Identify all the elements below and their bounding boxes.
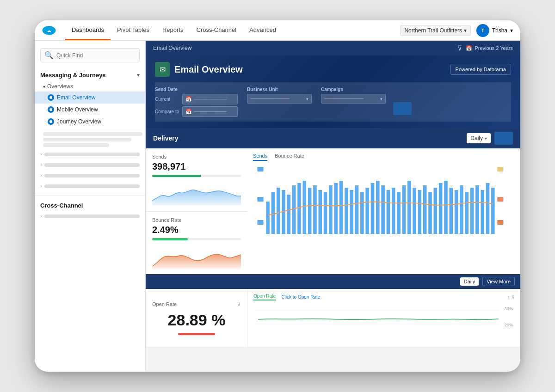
- send-date-current-input[interactable]: 📅 ──────────: [182, 94, 238, 104]
- chevron-down-icon: ▾: [510, 27, 513, 34]
- svg-rect-22: [324, 192, 327, 234]
- delivery-section: Delivery Daily ▾ Send: [146, 128, 520, 274]
- send-date-label: Send Date: [155, 87, 238, 92]
- svg-rect-38: [407, 181, 411, 234]
- chevron-down-icon: ▾: [380, 97, 382, 101]
- delivery-action-button[interactable]: [494, 132, 513, 145]
- sidebar-expand-3[interactable]: ›: [35, 170, 145, 181]
- tab-reports[interactable]: Reports: [156, 20, 190, 40]
- frequency-select[interactable]: Daily ▾: [467, 133, 491, 143]
- filter-bar: Send Date Current 📅 ──────────: [155, 82, 511, 122]
- svg-text:30%: 30%: [505, 306, 513, 311]
- org-selector[interactable]: Northern Trail Outfitters ▾: [400, 25, 471, 36]
- filter-icon[interactable]: ⊽: [237, 301, 241, 307]
- chevron-down-icon: ▾: [464, 27, 467, 34]
- filter-icon[interactable]: ⊽: [512, 294, 515, 300]
- sidebar-expand-2[interactable]: ›: [35, 159, 145, 170]
- calendar-icon: 📅: [466, 45, 472, 51]
- user-badge[interactable]: T Trisha ▾: [476, 24, 513, 37]
- sends-sparkline: [152, 180, 241, 205]
- tab-advanced[interactable]: Advanced: [243, 20, 283, 40]
- salesforce-logo[interactable]: ☁: [42, 25, 56, 36]
- dashboard-banner: ✉ Email Overview Powered by Datorama Sen…: [146, 55, 520, 128]
- svg-point-2: [49, 96, 52, 99]
- sends-card: Sends 398,971: [146, 148, 247, 211]
- calendar-icon: 📅: [185, 109, 192, 115]
- open-rate-line-chart: 30% 20%: [253, 303, 515, 340]
- bounce-rate-card: Bounce Rate 2.49%: [146, 212, 247, 274]
- filter-icon[interactable]: ⊽: [457, 44, 462, 52]
- email-overview-icon: [48, 94, 54, 101]
- sidebar-section-cross-channel[interactable]: Cross-Channel: [35, 199, 145, 211]
- sidebar-divider: [35, 195, 145, 196]
- nav-right: Northern Trail Outfitters ▾ T Trisha ▾: [400, 24, 513, 37]
- delivery-title: Delivery: [153, 135, 178, 142]
- svg-rect-23: [329, 185, 333, 234]
- sidebar-item-mobile-overview[interactable]: Mobile Overview: [35, 104, 145, 116]
- campaign-group: Campaign ──────────── ▾: [321, 87, 386, 104]
- svg-rect-13: [277, 188, 280, 234]
- search-input[interactable]: [56, 52, 136, 59]
- svg-rect-52: [481, 190, 484, 234]
- mobile-overview-icon: [48, 106, 54, 113]
- tab-cross-channel[interactable]: Cross-Channel: [190, 20, 243, 40]
- date-range-button[interactable]: 📅 Previous 2 Years: [466, 45, 513, 51]
- svg-rect-40: [418, 190, 422, 234]
- search-bar[interactable]: 🔍: [40, 48, 140, 62]
- banner-top: ✉ Email Overview Powered by Datorama: [155, 62, 511, 77]
- sidebar-placeholder-3: [43, 143, 109, 147]
- view-more-button[interactable]: View More: [482, 277, 515, 286]
- svg-rect-31: [371, 183, 375, 234]
- svg-rect-24: [334, 183, 338, 234]
- svg-rect-53: [486, 183, 490, 234]
- open-rate-frequency-select[interactable]: Daily: [460, 277, 479, 286]
- svg-rect-29: [360, 192, 364, 234]
- svg-rect-45: [444, 181, 448, 234]
- sidebar-cross-expand[interactable]: ›: [35, 211, 145, 221]
- business-unit-select[interactable]: ──────────── ▾: [247, 94, 312, 104]
- tab-sends[interactable]: Sends: [253, 153, 267, 161]
- compare-to-label: Compare to: [155, 109, 180, 114]
- tab-bounce-rate[interactable]: Bounce Rate: [275, 153, 304, 161]
- open-rate-bar: [178, 333, 215, 335]
- chevron-right-icon: ›: [40, 162, 42, 167]
- sidebar-item-journey-overview[interactable]: Journey Overview: [35, 116, 145, 128]
- overviews-toggle[interactable]: ▾ Overviews: [35, 81, 145, 92]
- banner-title: Email Overview: [174, 64, 243, 75]
- sidebar-expand-1[interactable]: ›: [35, 149, 145, 159]
- tab-open-rate[interactable]: Open Rate: [253, 294, 276, 300]
- sidebar-section-messaging-journeys[interactable]: Messaging & Journeys ▾: [35, 69, 145, 80]
- search-icon: 🔍: [44, 51, 54, 60]
- svg-rect-35: [392, 188, 395, 234]
- open-rate-value: 28.89 %: [168, 311, 226, 329]
- campaign-select[interactable]: ──────────── ▾: [321, 94, 386, 104]
- sidebar-expand-4[interactable]: ›: [35, 181, 145, 191]
- tab-click-to-open[interactable]: Click to Open Rate: [281, 294, 320, 300]
- svg-rect-17: [297, 183, 301, 234]
- email-icon: ✉: [155, 62, 170, 77]
- svg-rect-44: [439, 183, 443, 234]
- svg-rect-43: [434, 188, 438, 234]
- powered-by-button[interactable]: Powered by Datorama: [450, 64, 511, 75]
- bounce-bar: [152, 238, 188, 240]
- sidebar-item-email-overview[interactable]: Email Overview: [35, 92, 145, 104]
- filter-apply-button[interactable]: [393, 102, 412, 115]
- svg-rect-36: [397, 192, 401, 234]
- send-date-compare-input[interactable]: 📅 ──────────: [182, 106, 238, 117]
- svg-rect-16: [292, 185, 296, 234]
- sends-label: Sends: [152, 154, 241, 159]
- svg-rect-30: [365, 188, 369, 234]
- metrics-left: Sends 398,971: [146, 148, 247, 274]
- svg-rect-42: [428, 192, 432, 234]
- svg-rect-25: [339, 181, 343, 234]
- open-rate-card: Open Rate ⊽ 28.89 %: [146, 289, 247, 347]
- svg-rect-51: [475, 185, 479, 234]
- svg-rect-48: [460, 185, 463, 234]
- sidebar: 🔍 Messaging & Journeys ▾ ▾ Overviews: [35, 41, 146, 372]
- svg-rect-18: [303, 181, 307, 234]
- sidebar-placeholder-8: [44, 214, 140, 218]
- business-unit-label: Business Unit: [247, 87, 312, 92]
- tab-dashboards[interactable]: Dashboards: [65, 20, 111, 40]
- tab-pivot-tables[interactable]: Pivot Tables: [111, 20, 156, 40]
- svg-rect-47: [455, 190, 458, 234]
